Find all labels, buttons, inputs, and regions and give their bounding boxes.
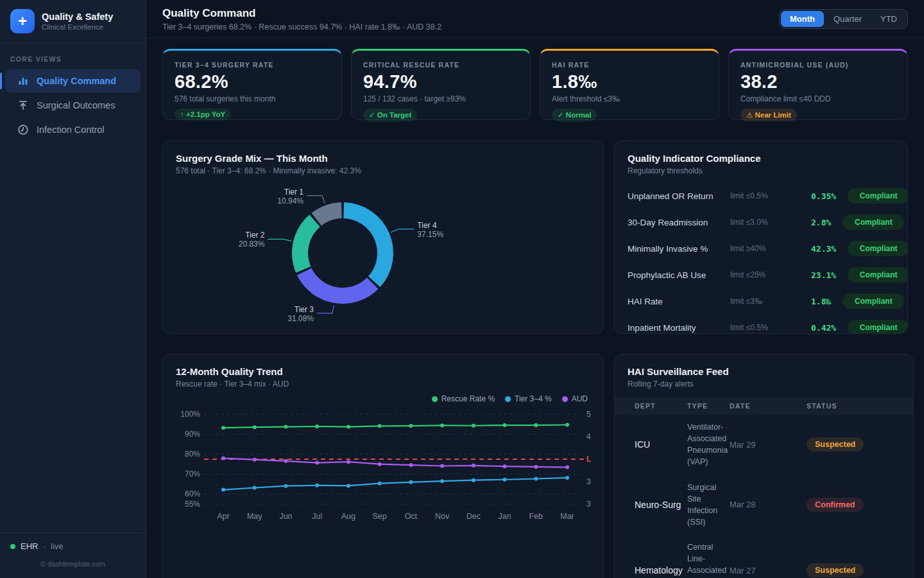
data-point	[346, 460, 350, 464]
data-point	[346, 425, 350, 429]
donut-slice-label: 37.15%	[417, 230, 443, 239]
data-point	[565, 423, 569, 426]
kpi-card-hai-rate: HAI RATE 1.8‰ Alert threshold ≤3‰ ✓ Norm…	[540, 49, 719, 120]
kpi-label: TIER 3–4 SURGERY RATE	[175, 61, 330, 69]
data-point	[409, 480, 413, 484]
sidebar-item-label: Quality Command	[37, 76, 116, 86]
data-point	[378, 462, 382, 466]
page-header: Quality Command Tier 3–4 surgeries 68.2%…	[146, 0, 924, 39]
range-button-ytd[interactable]: YTD	[871, 11, 906, 27]
compliance-row: Unplanned OR Returnlimit ≤0.5%0.35%Compl…	[628, 183, 894, 209]
copyright: © dashtemplate.com	[10, 551, 135, 572]
legend-item: Tier 3–4 %	[505, 394, 552, 403]
kpi-subtext: Compliance limit ≤40 DDD	[740, 94, 896, 103]
data-point	[378, 482, 382, 486]
donut-slice-tier-3	[297, 268, 379, 304]
label-leader-line	[317, 305, 334, 313]
indicator-value: 42.3%	[811, 244, 843, 254]
indicator-limit: limit ≤3.0%	[730, 218, 806, 227]
sidebar-item-label: Surgical Outcomes	[37, 100, 116, 110]
indicator-limit: limit ≥40%	[730, 244, 806, 253]
donut-slice-label: Tier 2	[245, 231, 265, 240]
live-status-dot	[10, 544, 15, 549]
indicator-value: 0.35%	[811, 191, 843, 201]
trend-line-chart: 100%90%80%70%60%55%50453530LimitAprMayJu…	[163, 408, 604, 524]
compliance-status-badge: Compliant	[848, 241, 908, 256]
legend-item: Rescue Rate %	[432, 394, 495, 403]
data-point	[565, 466, 569, 469]
indicator-value: 1.8‰	[811, 297, 837, 306]
indicator-limit: limit ≤0.5%	[730, 323, 806, 332]
hai-feed-row: HematologyCentral Line-Associated BSI (C…	[615, 535, 913, 578]
data-point	[534, 465, 538, 469]
range-button-quarter[interactable]: Quarter	[825, 11, 871, 27]
compliance-status-badge: Compliant	[843, 293, 904, 309]
donut-slice-label: 20.83%	[239, 240, 265, 249]
sidebar-footer: EHR · live © dashtemplate.com	[0, 532, 146, 578]
label-leader-line	[391, 229, 414, 232]
kpi-value: 94.7%	[363, 71, 518, 92]
data-point	[503, 478, 507, 482]
date-cell: Mar 28	[730, 500, 807, 509]
active-indicator-bar	[0, 73, 2, 89]
range-button-month[interactable]: Month	[781, 11, 824, 27]
data-point	[315, 461, 319, 465]
donut-slice-label: 10.94%	[277, 197, 304, 206]
left-axis-tick-label: 100%	[180, 410, 200, 419]
compliance-row: 30-Day Readmissionlimit ≤3.0%2.8%Complia…	[628, 209, 894, 236]
hai-feed-table: DEPTTYPEDATESTATUS ICUVentilator-Associa…	[615, 397, 913, 578]
compliance-row: HAI Ratelimit ≤3‰1.8‰Compliant	[628, 288, 894, 315]
data-point	[534, 477, 538, 480]
column-header: TYPE	[687, 402, 730, 410]
left-axis-tick-label: 60%	[185, 489, 200, 498]
donut-slice-tier-2	[292, 215, 320, 272]
x-axis-tick-label: Aug	[341, 512, 355, 521]
panel-title: 12-Month Quality Trend	[176, 366, 590, 377]
donut-slice-label: 31.08%	[287, 314, 314, 323]
compliance-row: Inpatient Mortalitylimit ≤0.5%0.42%Compl…	[628, 315, 894, 334]
panel-title: Quality Indicator Compliance	[628, 153, 894, 164]
kpi-badge: ⚠ Near Limit	[740, 109, 797, 121]
x-axis-tick-label: Apr	[217, 512, 229, 521]
brand: + Quality & Safety Clinical Excellence	[0, 0, 146, 44]
hai-status-badge: Confirmed	[807, 498, 864, 512]
x-axis-tick-label: Sep	[373, 512, 387, 521]
right-axis-tick-label: 35	[586, 477, 595, 486]
arrow-up-to-line-icon	[17, 99, 30, 112]
data-point	[253, 458, 257, 462]
donut-slice-tier-4	[343, 202, 393, 287]
x-axis-tick-label: Feb	[529, 512, 543, 521]
data-point	[472, 464, 475, 468]
legend-dot-icon	[562, 396, 568, 402]
left-axis-tick-label: 70%	[185, 469, 200, 478]
indicator-name: Prophylactic AB Use	[628, 270, 725, 280]
indicator-name: 30-Day Readmission	[628, 218, 725, 227]
kpi-badge: ↑ +2.1pp YoY	[175, 109, 231, 120]
legend-item: AUD	[562, 394, 588, 403]
donut-chart: Tier 437.15%Tier 331.08%Tier 220.83%Tier…	[163, 141, 604, 334]
indicator-name: Unplanned OR Return	[628, 191, 725, 201]
sidebar-item-quality-command[interactable]: Quality Command	[5, 69, 141, 92]
indicator-value: 0.42%	[811, 323, 843, 333]
left-axis-tick-label: 90%	[185, 430, 200, 439]
left-axis-tick-label: 80%	[185, 450, 200, 459]
panel-subtitle: Rolling 7-day alerts	[628, 380, 900, 389]
bar-chart-icon	[17, 74, 30, 87]
sidebar-item-infection-control[interactable]: Infection Control	[5, 118, 141, 141]
donut-slice-label: Tier 4	[417, 221, 437, 230]
panel-title: HAI Surveillance Feed	[628, 366, 900, 377]
x-axis-tick-label: Dec	[466, 512, 481, 521]
indicator-name: Minimally Invasive %	[628, 244, 725, 254]
kpi-value: 1.8‰	[552, 71, 707, 92]
kpi-badge: ✓ Normal	[552, 109, 597, 121]
x-axis-tick-label: Mar	[560, 512, 574, 521]
compliance-row: Prophylactic AB Uselimit ≤25%23.1%Compli…	[628, 262, 894, 288]
column-header: STATUS	[807, 402, 913, 410]
sidebar-item-surgical-outcomes[interactable]: Surgical Outcomes	[5, 94, 141, 117]
surgery-grade-mix-panel: Surgery Grade Mix — This Month 576 total…	[162, 141, 604, 334]
type-cell: Central Line-Associated BSI (CLABSI)	[687, 541, 730, 578]
donut-slice-tier-1	[311, 202, 341, 225]
date-cell: Mar 29	[730, 440, 807, 450]
kpi-value: 38.2	[740, 71, 896, 92]
donut-slice-label: Tier 1	[284, 188, 304, 197]
